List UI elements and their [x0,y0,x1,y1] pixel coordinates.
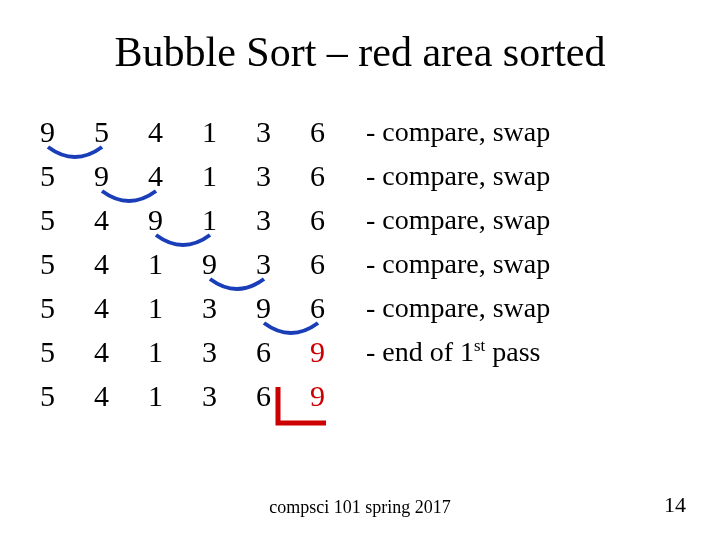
array-value: 5 [40,291,94,325]
array-value: 4 [94,291,148,325]
array-value: 9 [310,379,364,413]
array-value: 6 [310,115,364,149]
table-row: 541369- end of 1st pass [40,335,550,379]
row-action: - compare, swap [366,160,550,192]
row-action: - compare, swap [366,116,550,148]
array-value: 5 [40,203,94,237]
array-value: 6 [256,335,310,369]
array-value: 9 [310,335,364,369]
array-value: 6 [310,159,364,193]
table-row: 594136- compare, swap [40,159,550,203]
array-value: 9 [40,115,94,149]
slide: Bubble Sort – red area sorted 954136- co… [0,0,720,540]
array-value: 5 [40,159,94,193]
array-value: 6 [310,203,364,237]
array-value: 9 [148,203,202,237]
array-value: 6 [310,291,364,325]
array-value: 1 [148,247,202,281]
array-value: 5 [40,379,94,413]
array-value: 3 [202,379,256,413]
array-value: 3 [202,335,256,369]
slide-title: Bubble Sort – red area sorted [0,28,720,76]
array-value: 3 [256,159,310,193]
table-row: 541369 [40,379,550,423]
array-value: 5 [40,247,94,281]
array-value: 1 [202,159,256,193]
array-value: 3 [256,203,310,237]
array-value: 4 [94,247,148,281]
array-value: 1 [148,291,202,325]
footer-page-number: 14 [664,492,686,518]
array-value: 6 [310,247,364,281]
row-action: - compare, swap [366,292,550,324]
array-value: 1 [148,379,202,413]
row-action: - compare, swap [366,204,550,236]
table-row: 954136- compare, swap [40,115,550,159]
array-value: 4 [94,379,148,413]
array-value: 4 [148,159,202,193]
row-action: - compare, swap [366,248,550,280]
array-value: 1 [202,203,256,237]
row-action: - end of 1st pass [366,336,541,368]
array-value: 3 [256,115,310,149]
array-value: 3 [256,247,310,281]
array-value: 4 [94,335,148,369]
table-row: 541936- compare, swap [40,247,550,291]
bubble-sort-trace: 954136- compare, swap594136- compare, sw… [40,115,550,423]
array-value: 5 [40,335,94,369]
array-value: 9 [202,247,256,281]
array-value: 1 [202,115,256,149]
array-value: 5 [94,115,148,149]
footer-course: compsci 101 spring 2017 [0,497,720,518]
table-row: 549136- compare, swap [40,203,550,247]
array-value: 1 [148,335,202,369]
array-value: 9 [94,159,148,193]
array-value: 9 [256,291,310,325]
table-row: 541396- compare, swap [40,291,550,335]
array-value: 4 [148,115,202,149]
array-value: 4 [94,203,148,237]
array-value: 3 [202,291,256,325]
array-value: 6 [256,379,310,413]
